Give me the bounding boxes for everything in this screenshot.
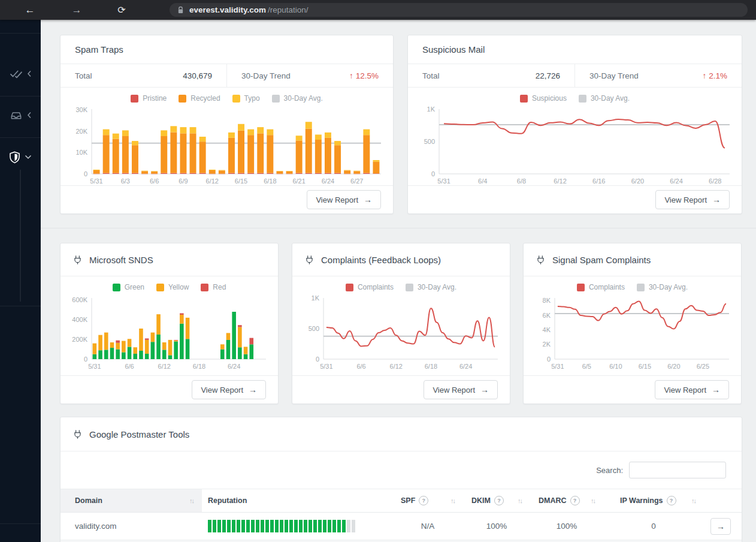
sidebar-divider bbox=[0, 306, 41, 306]
forward-icon[interactable]: → bbox=[68, 0, 86, 20]
svg-text:6/12: 6/12 bbox=[158, 363, 171, 370]
url-path: /reputation/ bbox=[268, 5, 309, 14]
stat-value: 22,726 bbox=[536, 71, 560, 80]
svg-text:0: 0 bbox=[84, 170, 87, 177]
chart-block: PristineRecycledTypo30-Day Avg. 010K20K3… bbox=[61, 88, 393, 186]
card-footer: View Report → bbox=[61, 375, 278, 404]
svg-text:0: 0 bbox=[84, 356, 87, 363]
column-header-ip-warnings[interactable]: IP Warnings? ↑↓ bbox=[603, 489, 704, 512]
trend-value: ↑ 2.1% bbox=[702, 71, 727, 80]
domain-cell: validity.com bbox=[61, 522, 202, 531]
stat-total: Total 430,679 bbox=[61, 64, 226, 87]
arrow-right-icon: → bbox=[712, 195, 721, 204]
svg-text:6/25: 6/25 bbox=[697, 363, 709, 370]
chart-legend: GreenYellowRed bbox=[66, 281, 272, 293]
chart-block: GreenYellowRed 0200K400K600K5/316/66/126… bbox=[61, 276, 278, 371]
plug-icon bbox=[72, 429, 83, 439]
sort-icon[interactable]: ↑↓ bbox=[450, 497, 455, 504]
svg-text:6/15: 6/15 bbox=[639, 363, 651, 370]
sidebar-item-inbox[interactable] bbox=[0, 104, 41, 126]
column-header-domain[interactable]: Domain ↑↓ bbox=[61, 489, 202, 512]
suspicious-mail-chart: 05001K5/316/46/86/126/166/206/246/28 bbox=[414, 106, 736, 186]
stat-total: Total 22,726 bbox=[408, 64, 574, 87]
svg-text:10K: 10K bbox=[75, 149, 87, 156]
card-title: Spam Traps bbox=[61, 35, 393, 64]
svg-text:0: 0 bbox=[431, 170, 435, 177]
search-label: Search: bbox=[596, 466, 623, 475]
svg-text:5/31: 5/31 bbox=[88, 363, 101, 370]
svg-text:6/12: 6/12 bbox=[390, 363, 403, 370]
svg-text:6/9: 6/9 bbox=[179, 177, 188, 185]
section-divider bbox=[41, 228, 756, 228]
svg-text:6K: 6K bbox=[543, 312, 551, 319]
signal-spam-chart: 02K4K6K8K5/316/56/106/156/206/25 bbox=[530, 294, 735, 371]
view-report-button[interactable]: View Report → bbox=[655, 190, 730, 209]
help-icon[interactable]: ? bbox=[570, 496, 580, 505]
legend-item: Complaints bbox=[577, 283, 625, 291]
url-host: everest.validity.com bbox=[189, 5, 266, 14]
sidebar-item-checks[interactable] bbox=[0, 63, 41, 85]
svg-text:600K: 600K bbox=[72, 296, 87, 303]
svg-text:6/5: 6/5 bbox=[582, 363, 591, 370]
stats-row: Total 22,726 30-Day Trend ↑ 2.1% bbox=[408, 64, 742, 88]
spam-traps-chart: 010K20K30K5/316/36/66/96/126/156/186/216… bbox=[66, 106, 387, 186]
svg-text:6/28: 6/28 bbox=[709, 177, 721, 185]
row-detail-button[interactable]: → bbox=[710, 518, 731, 535]
help-icon[interactable]: ? bbox=[494, 496, 504, 505]
plug-icon bbox=[536, 255, 546, 265]
sidebar-item-reputation[interactable] bbox=[0, 146, 41, 168]
column-header-reputation: Reputation bbox=[202, 489, 392, 512]
spf-cell: N/A bbox=[392, 522, 463, 531]
svg-text:6/6: 6/6 bbox=[125, 363, 134, 370]
address-bar[interactable]: everest.validity.com /reputation/ bbox=[170, 3, 748, 17]
svg-text:6/12: 6/12 bbox=[206, 177, 219, 185]
legend-item: 30-Day Avg. bbox=[272, 94, 323, 103]
svg-text:6/15: 6/15 bbox=[235, 177, 247, 185]
sidebar-divider bbox=[0, 96, 41, 97]
column-header-dmarc[interactable]: DMARC? ↑↓ bbox=[530, 489, 603, 512]
search-input[interactable] bbox=[629, 462, 726, 478]
stat-label: 30-Day Trend bbox=[589, 71, 639, 80]
chart-legend: PristineRecycledTypo30-Day Avg. bbox=[66, 92, 387, 104]
view-report-button[interactable]: View Report → bbox=[192, 380, 266, 399]
svg-text:500: 500 bbox=[309, 325, 319, 332]
svg-text:6/12: 6/12 bbox=[554, 177, 566, 185]
card-google-postmaster: Google Postmaster Tools Search: Domain ↑… bbox=[60, 417, 742, 542]
svg-text:6/18: 6/18 bbox=[425, 363, 437, 370]
legend-item: Yellow bbox=[156, 283, 189, 291]
svg-text:6/16: 6/16 bbox=[592, 177, 605, 185]
card-microsoft-snds: Microsoft SNDS GreenYellowRed 0200K400K6… bbox=[60, 243, 279, 404]
column-header-dkim[interactable]: DKIM? ↑↓ bbox=[463, 489, 530, 512]
lock-icon bbox=[177, 6, 184, 14]
view-report-button[interactable]: View Report → bbox=[307, 190, 381, 209]
svg-text:6/21: 6/21 bbox=[292, 177, 305, 185]
sort-icon[interactable]: ↑↓ bbox=[189, 497, 193, 504]
view-report-button[interactable]: View Report → bbox=[424, 380, 498, 399]
table-search-row: Search: bbox=[61, 451, 742, 489]
card-suspicious-mail: Suspicious Mail Total 22,726 30-Day Tren… bbox=[407, 35, 742, 214]
svg-text:6/18: 6/18 bbox=[264, 177, 276, 185]
legend-swatch bbox=[272, 95, 280, 103]
sidebar-divider bbox=[0, 523, 41, 524]
reputation-cell bbox=[202, 520, 392, 532]
svg-text:30K: 30K bbox=[75, 106, 87, 113]
arrow-right-icon: → bbox=[480, 385, 489, 395]
svg-text:6/6: 6/6 bbox=[150, 177, 159, 185]
reload-icon[interactable]: ⟳ bbox=[113, 0, 131, 20]
help-icon[interactable]: ? bbox=[419, 496, 428, 505]
legend-swatch bbox=[406, 284, 413, 291]
legend-item: 30-Day Avg. bbox=[579, 94, 630, 103]
view-report-button[interactable]: View Report → bbox=[655, 380, 729, 399]
sort-icon[interactable]: ↑↓ bbox=[591, 497, 595, 504]
card-title: Google Postmaster Tools bbox=[61, 417, 742, 451]
stat-trend: 30-Day Trend ↑ 12.5% bbox=[226, 64, 393, 87]
sort-icon[interactable]: ↑↓ bbox=[518, 497, 522, 504]
chevron-left-icon bbox=[27, 112, 32, 119]
arrow-right-icon: → bbox=[716, 522, 725, 531]
back-icon[interactable]: ← bbox=[21, 0, 39, 20]
sort-icon[interactable]: ↑↓ bbox=[691, 497, 695, 504]
svg-text:2K: 2K bbox=[543, 341, 551, 348]
plug-icon bbox=[304, 255, 315, 265]
column-header-spf[interactable]: SPF? ↑↓ bbox=[392, 489, 463, 512]
help-icon[interactable]: ? bbox=[667, 496, 676, 505]
